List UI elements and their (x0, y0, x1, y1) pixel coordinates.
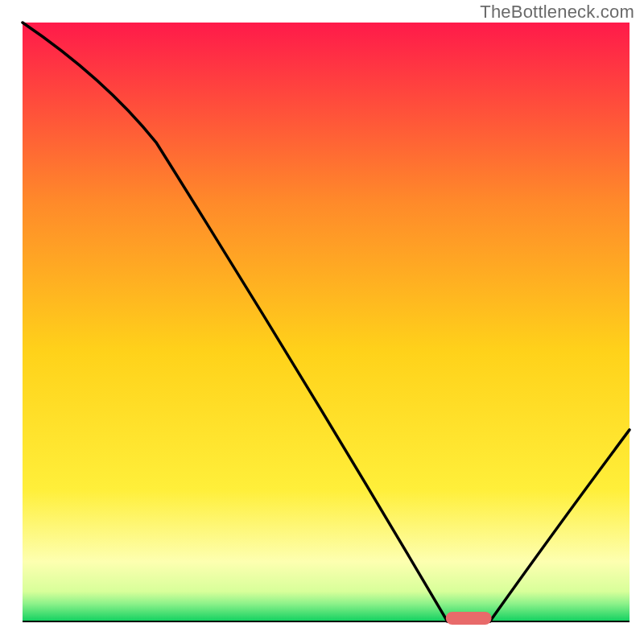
attribution-text: TheBottleneck.com (480, 2, 634, 23)
optimal-marker (446, 612, 492, 625)
bottleneck-chart (0, 0, 644, 644)
plot-background (23, 23, 630, 621)
